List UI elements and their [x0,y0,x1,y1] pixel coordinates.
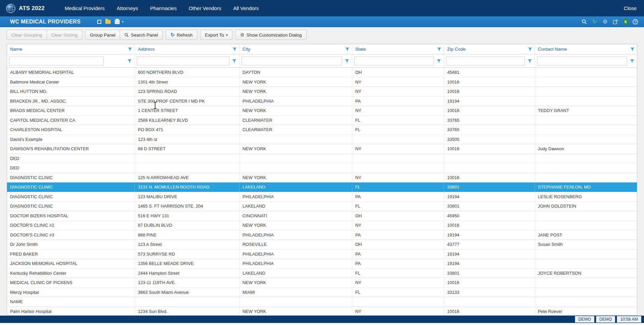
cell-state: NY [352,87,444,96]
cell-city: NEW YORK [239,144,352,154]
column-filter-input[interactable] [537,56,627,65]
table-row[interactable]: ALBANY MEMORIAL HOSPITAL 600 NORTHERN BL… [7,68,637,77]
toolbar-button[interactable]: ↻ ⚙ Search Panel ▾ [120,30,163,40]
filter-funnel-icon[interactable] [437,47,441,51]
filter-cell [535,54,637,67]
toolbar-button-label: Clear Sorting [51,33,78,38]
table-row[interactable]: DED [7,154,637,164]
gear-icon[interactable]: ⚙ [602,19,608,25]
cell-state: FL [352,116,444,125]
filter-funnel-icon[interactable] [232,47,237,51]
table-row[interactable]: BRACKEN JR., MD. ASSOC. STE 300 PROF CEN… [7,97,637,106]
excel-icon[interactable]: X [623,19,628,24]
export-icon[interactable] [612,19,619,25]
table-row[interactable]: DIAGNOSTIC CLINIC 125 N ARROWHEAD AVE NE… [7,173,637,183]
filter-funnel-icon[interactable] [128,47,132,51]
open-folder-icon[interactable] [105,20,111,24]
toolbar-button[interactable]: ↻ ⚙ Show Customization Dialog ▾ [235,30,307,40]
toolbar-button[interactable]: ↻ ⚙ Group Panel ▾ [85,30,120,40]
column-header[interactable]: City [239,44,352,54]
toolbar-button[interactable]: ↻ ⚙ Clear Sorting ▾ [47,30,83,40]
providers-grid: Name Address City [7,44,637,316]
table-row[interactable]: Palm Harbor Hospital 1234 Sun Blvd. NEW … [7,307,637,316]
cell-zip-code [444,163,535,173]
table-row[interactable]: DED [7,163,637,173]
table-row[interactable]: DIAGNOSTIC CLINIC 1465 S. FT HARRISON ST… [7,202,637,211]
toolbar-button-label: Refresh [177,33,193,38]
cell-address: 123 4th st [135,135,239,144]
table-row[interactable]: BRADS MEDICAL CENTER 1 CENTER STREET NEW… [7,106,637,116]
table-row[interactable]: DIAGNOSTIC CLINIC 3131 N. MCMULLEN BOOTH… [7,182,637,192]
search-icon[interactable] [581,19,587,25]
toolbar-button[interactable]: ↻ ⚙ Clear Grouping ▾ [7,30,47,40]
filter-funnel-icon[interactable] [528,47,532,51]
table-row[interactable]: DAWSON'S REHABILITATION CENTER 88 D STRE… [7,144,637,154]
column-filter-input[interactable] [354,56,434,65]
filter-funnel-icon[interactable] [232,59,236,63]
cell-contact-name: Susan Smith [535,240,637,249]
column-header[interactable]: State [352,44,444,54]
filter-funnel-icon[interactable] [345,47,350,51]
table-row[interactable]: JACKSON MEMORIAL HOSPITAL 1356 BELLE MEA… [7,259,637,269]
cell-contact-name [535,125,637,134]
menu-item[interactable]: Other Vendors [183,0,227,16]
table-row[interactable]: DIAGNOSTIC CLINIC 123 MALIBU DRIVE PHILA… [7,192,637,202]
cell-address: 2589 KILLEARNEY BLVD [135,116,239,125]
help-icon[interactable]: ? [633,19,638,24]
table-row[interactable]: CAPITOL MEDICAL CENTER CA 2589 KILLEARNE… [7,116,637,125]
toolbar-button[interactable]: ↻ ⚙ Refresh ▾ [166,30,197,40]
column-filter-input[interactable] [241,56,342,65]
menu-item[interactable]: Medical Providers [59,0,111,16]
column-filter-input[interactable] [137,56,229,65]
refresh-icon[interactable]: ↻ [592,19,598,25]
table-row[interactable]: DOCTOR BIZERS HOSPITAL 516 E HWY 131 CIN… [7,211,637,221]
cell-contact-name [535,259,637,268]
table-row[interactable]: BILL HUTTON MD. 123 SPRING ROAD NEW YORK… [7,87,637,97]
cell-name: DIAGNOSTIC CLINIC [7,192,135,202]
filter-funnel-icon[interactable] [127,59,132,63]
cell-city [239,154,352,163]
table-row[interactable]: Mercy Hospital 3663 South Miami Avenue M… [7,288,637,297]
cell-name: DAWSON'S REHABILITATION CENTER [7,144,135,154]
cell-contact-name [535,116,637,125]
filter-funnel-icon[interactable] [630,59,634,63]
filter-funnel-icon[interactable] [345,59,349,63]
table-row[interactable]: DOCTOR'S CLINIC #2 87 DUBLIN BLVD NEW YO… [7,221,637,230]
filter-funnel-icon[interactable] [630,47,635,51]
filter-funnel-icon[interactable] [528,59,532,63]
print-icon[interactable] [115,20,120,24]
column-filter-input[interactable] [9,56,104,65]
table-row[interactable]: Baltimore Medical Center 1301 4th Street… [7,77,637,87]
cell-name: DED [7,154,135,163]
grid-body: ALBANY MEMORIAL HOSPITAL 600 NORTHERN BL… [7,68,637,315]
close-button[interactable]: Close [616,0,644,16]
table-row[interactable]: FRED BAKER 573 SURRYSE RD PHILADELPHIA P… [7,250,637,259]
filter-cell [352,54,444,67]
cell-contact-name [535,163,637,173]
menu-item[interactable]: All Vendors [227,0,265,16]
table-row[interactable]: CHARLESTON HOSPITAL PO BOX 471 CLEARWATE… [7,125,637,135]
filter-funnel-icon[interactable] [437,59,441,63]
table-row[interactable]: NAME [7,297,637,307]
cell-city: NEW YORK [239,307,352,316]
table-row[interactable]: David's Example 123 4th st 33505 [7,135,637,145]
print-dropdown-caret-icon[interactable]: ▾ [122,20,123,23]
column-header[interactable]: Zip Code [444,44,535,54]
table-row[interactable]: DOCTOR'S CLINIC #3 888 PINE PHILADELPHIA… [7,230,637,240]
table-row[interactable]: Kentucky Rehabilition Center 2444 Hampto… [7,269,637,278]
menu-item[interactable]: Attorneys [111,0,144,16]
menu-item-label: Pharmacies [150,5,176,11]
new-window-icon[interactable] [97,20,101,24]
menu-item[interactable]: Pharmacies [144,0,182,16]
column-header[interactable]: Contact Name [535,44,637,54]
table-row[interactable]: MEDICAL CLINIC OF PICKENS 123-11 119TH A… [7,278,637,288]
cell-state: PA [352,97,444,106]
column-header[interactable]: Address [135,44,239,54]
toolbar-button[interactable]: ↻ ⚙ Export To ▾ [200,30,232,40]
column-header[interactable]: Name [7,44,135,54]
status-bar: DEMO DEMO 10:58 AM [0,316,644,323]
column-filter-input[interactable] [446,56,525,65]
cell-address: 516 E HWY 131 [135,211,239,221]
cell-state: NY [352,173,444,182]
table-row[interactable]: Dr John Smith 123 A Street ROSEVILLE OH … [7,240,637,250]
